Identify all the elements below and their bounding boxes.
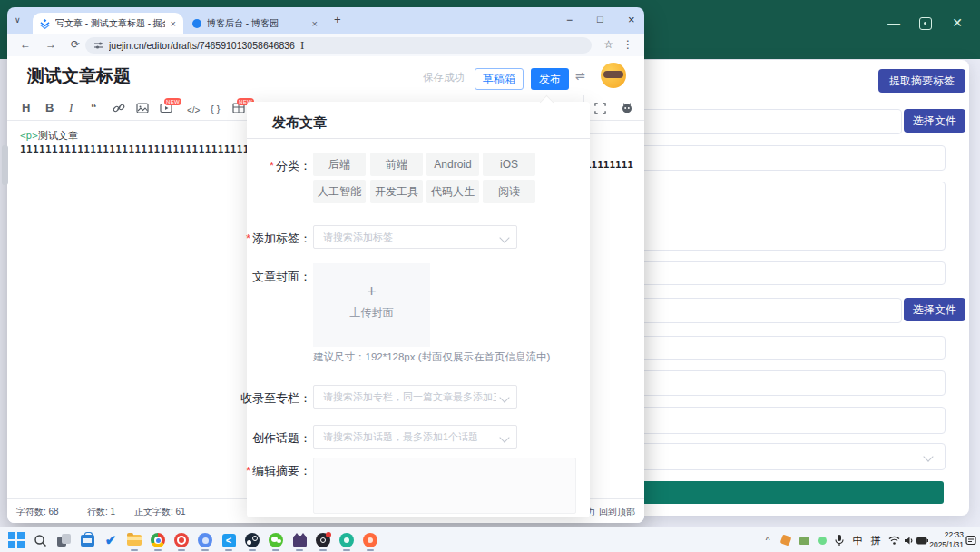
- blockquote-button[interactable]: “: [91, 101, 97, 114]
- window-minimize-button[interactable]: −: [566, 14, 573, 26]
- tray-icon-1[interactable]: [779, 529, 793, 551]
- desktop: — ✕ 提取摘要标签 选择文件 选择文件 ∨ 写文章: [0, 0, 980, 552]
- form-textarea-1[interactable]: [637, 182, 946, 251]
- link-button[interactable]: [113, 102, 125, 114]
- form-select[interactable]: [637, 443, 946, 470]
- topic-select[interactable]: 请搜索添加话题，最多添加1个话题: [313, 425, 517, 448]
- store-icon[interactable]: [76, 529, 98, 551]
- bold-button[interactable]: B: [45, 101, 54, 114]
- tab-close-icon[interactable]: ×: [171, 18, 176, 29]
- file-path-input-2[interactable]: [637, 298, 902, 323]
- category-chip-reading[interactable]: 阅读: [483, 180, 535, 203]
- upload-cover-text: 上传封面: [313, 305, 430, 320]
- tab-close-icon[interactable]: ×: [312, 18, 318, 29]
- heading-button[interactable]: H: [22, 101, 30, 114]
- image-button[interactable]: [136, 102, 149, 114]
- dialog-divider: [247, 138, 590, 139]
- back-to-top-button[interactable]: 回到顶部: [599, 506, 635, 518]
- clock[interactable]: 22:33 2025/1/31: [922, 530, 964, 549]
- table-button[interactable]: NEW: [232, 102, 245, 118]
- fullscreen-icon[interactable]: [594, 103, 606, 114]
- browser-menu-icon[interactable]: ⋮: [622, 38, 633, 51]
- tag-select[interactable]: 请搜索添加标签: [313, 225, 517, 249]
- extract-summary-tags-button[interactable]: 提取摘要标签: [878, 69, 965, 93]
- category-chip-ai[interactable]: 人工智能: [313, 180, 366, 203]
- cover-upload-box[interactable]: + 上传封面: [313, 263, 430, 347]
- bookmark-star-icon[interactable]: ☆: [603, 38, 613, 51]
- choose-file-button-1[interactable]: 选择文件: [904, 109, 965, 133]
- checkmark-app-icon[interactable]: ✔: [100, 529, 122, 551]
- task-view-button[interactable]: [53, 529, 74, 551]
- github-icon[interactable]: [621, 102, 633, 114]
- address-bar[interactable]: juejin.cn/editor/drafts/7465910130586468…: [85, 37, 592, 54]
- inline-code-button[interactable]: { }: [211, 103, 220, 116]
- search-button[interactable]: [29, 529, 51, 551]
- summary-textarea[interactable]: [313, 458, 576, 514]
- tab-title: 写文章 - 测试文章标题 - 掘金: [55, 17, 165, 30]
- form-field-5[interactable]: [637, 407, 946, 434]
- choose-file-button-2[interactable]: 选择文件: [904, 298, 965, 321]
- tab-search-chevron-icon[interactable]: ∨: [15, 15, 21, 25]
- vscode-icon[interactable]: <: [218, 529, 240, 551]
- avatar[interactable]: [601, 63, 626, 88]
- file-path-input-1[interactable]: [637, 109, 902, 134]
- scrollbar-thumb[interactable]: [2, 145, 8, 185]
- form-field-3[interactable]: [637, 336, 946, 360]
- new-tab-button[interactable]: +: [334, 13, 341, 26]
- ime-language-indicator[interactable]: 中: [849, 529, 866, 551]
- tab-juejin-editor[interactable]: 写文章 - 测试文章标题 - 掘金 ×: [33, 13, 183, 34]
- article-title-input[interactable]: 测试文章标题: [27, 64, 131, 88]
- submit-post-button[interactable]: [637, 481, 944, 504]
- orange-app-icon[interactable]: [359, 529, 381, 551]
- window-maximize-button[interactable]: □: [597, 14, 603, 25]
- draft-box-button[interactable]: 草稿箱: [475, 68, 524, 90]
- url-text[interactable]: juejin.cn/editor/drafts/7465910130586468…: [109, 40, 295, 51]
- publish-button[interactable]: 发布: [531, 68, 569, 90]
- category-chip-frontend[interactable]: 前端: [370, 153, 423, 176]
- cat-app-icon[interactable]: [289, 529, 310, 551]
- bg-close-button[interactable]: ✕: [946, 15, 969, 30]
- category-chip-android[interactable]: Android: [426, 153, 479, 176]
- form-field-4[interactable]: [637, 370, 946, 396]
- text-cursor-ibeam: I: [300, 40, 304, 52]
- code-block-button[interactable]: </>: [187, 104, 200, 117]
- notification-bell-icon[interactable]: [964, 529, 978, 551]
- steam-icon[interactable]: [241, 529, 263, 551]
- tray-expand-chevron[interactable]: ^: [760, 529, 775, 551]
- sync-swap-icon[interactable]: ⇌: [575, 69, 585, 83]
- bg-minimize-button[interactable]: —: [882, 15, 906, 30]
- category-chip-codelife[interactable]: 代码人生: [426, 180, 479, 203]
- blue-gear-app-icon[interactable]: [194, 529, 216, 551]
- tray-icon-2[interactable]: [797, 529, 811, 551]
- bg-capture-icon[interactable]: [919, 17, 932, 30]
- form-field-1[interactable]: [637, 145, 946, 171]
- window-close-button[interactable]: ×: [628, 13, 635, 26]
- column-select[interactable]: 请搜索添加专栏，同一篇文章最多添加三个专栏: [313, 385, 517, 409]
- forward-button[interactable]: →: [45, 38, 56, 51]
- summary-label: *编辑摘要：: [246, 463, 311, 479]
- music-app-icon[interactable]: [312, 529, 334, 551]
- tag-placeholder: 请搜索添加标签: [323, 231, 393, 244]
- category-chip-backend[interactable]: 后端: [313, 153, 366, 176]
- category-chip-devtools[interactable]: 开发工具: [370, 180, 423, 203]
- ime-pinyin-indicator[interactable]: 拼: [867, 529, 884, 551]
- video-button[interactable]: NEW: [160, 102, 172, 118]
- start-button[interactable]: [5, 529, 27, 551]
- back-button[interactable]: ←: [20, 38, 31, 51]
- chrome-icon[interactable]: [147, 529, 169, 551]
- microphone-icon[interactable]: [831, 529, 848, 551]
- reload-button[interactable]: ⟳: [71, 38, 80, 51]
- tab-cnblogs-admin[interactable]: 博客后台 - 博客园 ×: [185, 13, 325, 34]
- teal-app-icon[interactable]: [336, 529, 358, 551]
- column-label: 收录至专栏：: [240, 390, 311, 407]
- red-app-icon[interactable]: [171, 529, 192, 551]
- form-field-2[interactable]: [637, 261, 946, 285]
- tray-icon-3[interactable]: [815, 529, 829, 551]
- file-explorer-icon[interactable]: [123, 529, 145, 551]
- wifi-icon[interactable]: [886, 529, 902, 551]
- wechat-icon[interactable]: [265, 529, 287, 551]
- category-chip-ios[interactable]: iOS: [483, 153, 535, 176]
- italic-button[interactable]: I: [69, 101, 73, 114]
- save-status: 保存成功: [423, 71, 465, 84]
- site-settings-icon[interactable]: [94, 41, 103, 50]
